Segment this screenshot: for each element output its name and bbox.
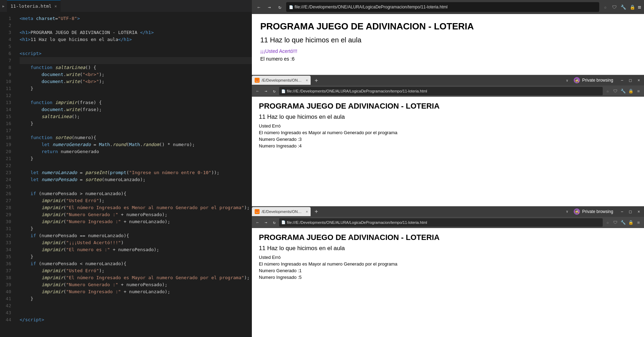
private-label-2: Private browsing: [582, 209, 613, 214]
editor-tab[interactable]: 11-loteria.html ×: [7, 0, 61, 12]
back-btn-1[interactable]: ←: [254, 88, 261, 95]
page-line1-1: Usted Erró: [259, 123, 637, 129]
code-area[interactable]: <meta charset="UTF-8"> <h1>PROGRAMA JUEG…: [14, 12, 252, 337]
address-bar-top[interactable]: 📄 file:///E:/Developments/ONE/ALURA/Logi…: [286, 2, 599, 12]
line-numbers: 1234567891011121314151617181920212223242…: [0, 12, 14, 337]
tab-favicon-1: 🦊: [255, 78, 260, 83]
browser-nav-bar-1: ← → ↻ 📄 file:///E:/Developments/ONE/ALUR…: [252, 85, 644, 97]
page-line3-2: Numero Generado :1: [259, 268, 637, 273]
tab-dropdown-2[interactable]: ∨: [564, 209, 570, 213]
private-badge-2: 🕵 Private browsing: [570, 208, 617, 215]
browser-panel: ← → ↻ 📄 file:///E:/Developments/ONE/ALUR…: [252, 0, 644, 337]
top-page-line2: El numero es :6: [260, 56, 636, 62]
lock-icon-top[interactable]: 🔒: [629, 3, 636, 11]
browser-top-actions: ☆ 🛡 🔧 🔒 ≡: [601, 3, 641, 11]
editor-tab-label: 11-loteria.html: [10, 4, 51, 9]
browser-top-content: PROGRAMA JUEGO DE ADIVINACION - LOTERIA …: [252, 14, 644, 75]
private-label-1: Private browsing: [582, 78, 613, 83]
nav-address-text-2: file:///E:/Developments/ONE/ALURA/Logica…: [287, 220, 427, 225]
star-icon[interactable]: ☆: [601, 3, 609, 11]
menu-btn-1[interactable]: ≡: [635, 88, 642, 95]
editor-tab-close[interactable]: ×: [54, 4, 57, 9]
page-h2-1: 11 Haz lo que hicimos en el aula: [259, 114, 637, 121]
browser-top: ← → ↻ 📄 file:///E:/Developments/ONE/ALUR…: [252, 0, 644, 75]
nav-address-1[interactable]: 📄 file:///E:/Developments/ONE/ALURA/Logi…: [279, 87, 603, 95]
shield-btn-1[interactable]: 🛡: [612, 88, 619, 95]
star-btn-2[interactable]: ☆: [604, 219, 611, 226]
maximize-btn-1[interactable]: □: [627, 76, 634, 84]
page-h1-2: PROGRAMA JUEGO DE ADIVINACION - LOTERIA: [259, 233, 637, 242]
browser-stacked: 🦊 /E/Developments/ONE/ALURA/Lo... × + ∨ …: [252, 75, 644, 337]
browser-titlebar-2: 🦊 /E/Developments/ONE/ALURA/Lo... × + ∨ …: [252, 206, 644, 217]
top-page-h2: 11 Haz lo que hicimos en el aula: [260, 36, 636, 44]
page-content-1: PROGRAMA JUEGO DE ADIVINACION - LOTERIA …: [252, 97, 644, 206]
page-line4-1: Numero Ingresado :4: [259, 143, 637, 149]
page-h2-2: 11 Haz lo que hicimos en el aula: [259, 245, 637, 252]
private-badge-1: 🕵 Private browsing: [570, 77, 617, 83]
page-h1-1: PROGRAMA JUEGO DE ADIVINACION - LOTERIA: [259, 102, 637, 111]
close-btn-2[interactable]: ×: [635, 208, 643, 215]
star-btn-1[interactable]: ☆: [604, 88, 611, 95]
maximize-btn-2[interactable]: □: [627, 208, 634, 215]
wrench-icon[interactable]: 🔧: [620, 3, 627, 11]
lock-icon: 📄: [289, 5, 293, 9]
wrench-btn-2[interactable]: 🔧: [620, 219, 627, 226]
browser-window-2: 🦊 /E/Developments/ONE/ALURA/Lo... × + ∨ …: [252, 206, 644, 337]
tab-new-2[interactable]: +: [312, 207, 320, 216]
editor-tab-bar: ▶ 11-loteria.html ×: [0, 0, 252, 12]
back-button[interactable]: ←: [255, 3, 263, 11]
page-line3-1: Numero Generado :3: [259, 137, 637, 142]
tab-new-1[interactable]: +: [312, 76, 320, 84]
menu-btn-2[interactable]: ≡: [635, 219, 642, 226]
lock-btn-1[interactable]: 🔒: [627, 88, 634, 95]
reload-button[interactable]: ↻: [276, 3, 284, 11]
page-line4-2: Numero Ingresado :5: [259, 275, 637, 280]
editor-panel-toggle[interactable]: ▶: [0, 0, 7, 12]
private-icon-1: 🕵: [574, 77, 580, 83]
forward-button[interactable]: →: [265, 3, 274, 11]
tab-title-2: /E/Developments/ONE/ALURA/Lo...: [262, 209, 304, 214]
forward-btn-2[interactable]: →: [262, 219, 269, 226]
page-content-2: PROGRAMA JUEGO DE ADIVINACION - LOTERIA …: [252, 228, 644, 337]
private-icon-2: 🕵: [574, 208, 580, 215]
tab-favicon-2: 🦊: [255, 209, 260, 214]
win-controls-1: − □ ×: [617, 76, 644, 84]
top-page-line1: ¡¡¡Usted Acertó!!!: [260, 48, 636, 54]
minimize-btn-1[interactable]: −: [618, 76, 626, 84]
forward-btn-1[interactable]: →: [262, 88, 269, 95]
tab-dropdown-1[interactable]: ∨: [564, 78, 570, 82]
shield-icon[interactable]: 🛡: [610, 3, 618, 11]
back-btn-2[interactable]: ←: [254, 219, 261, 226]
shield-btn-2[interactable]: 🛡: [612, 219, 619, 226]
tab-close-1[interactable]: ×: [306, 78, 308, 82]
reload-btn-2[interactable]: ↻: [271, 219, 278, 226]
top-page-h1: PROGRAMA JUEGO DE ADIVINACION - LOTERIA: [260, 21, 636, 32]
nav-address-2[interactable]: 📄 file:///E:/Developments/ONE/ALURA/Logi…: [279, 218, 603, 227]
browser-tab-1[interactable]: 🦊 /E/Developments/ONE/ALURA/Lo... ×: [252, 76, 311, 85]
address-text-top: file:///E:/Developments/ONE/ALURA/Logica…: [295, 5, 448, 9]
nav-actions-2: ☆ 🛡 🔧 🔒 ≡: [604, 219, 642, 226]
minimize-btn-2[interactable]: −: [618, 208, 626, 215]
page-line1-2: Usted Erró: [259, 255, 637, 260]
reload-btn-1[interactable]: ↻: [271, 88, 278, 95]
tab-area-2: 🦊 /E/Developments/ONE/ALURA/Lo... × + ∨: [252, 206, 570, 217]
wrench-btn-1[interactable]: 🔧: [620, 88, 627, 95]
page-line2-2: El número Ingresado es Mayor al numero G…: [259, 261, 637, 267]
win-controls-2: − □ ×: [617, 208, 644, 215]
editor-content: 1234567891011121314151617181920212223242…: [0, 12, 252, 337]
tab-close-2[interactable]: ×: [306, 209, 308, 214]
lock-btn-2[interactable]: 🔒: [627, 219, 634, 226]
file-icon-2: 📄: [281, 220, 285, 224]
menu-icon-top[interactable]: ≡: [638, 4, 641, 11]
close-btn-1[interactable]: ×: [635, 76, 643, 84]
browser-top-toolbar: ← → ↻ 📄 file:///E:/Developments/ONE/ALUR…: [252, 0, 644, 14]
browser-titlebar-1: 🦊 /E/Developments/ONE/ALURA/Lo... × + ∨ …: [252, 75, 644, 85]
browser-window-1: 🦊 /E/Developments/ONE/ALURA/Lo... × + ∨ …: [252, 75, 644, 206]
file-icon-1: 📄: [281, 89, 285, 93]
tab-area-1: 🦊 /E/Developments/ONE/ALURA/Lo... × + ∨: [252, 75, 570, 85]
editor-panel: ▶ 11-loteria.html × 12345678910111213141…: [0, 0, 252, 337]
browser-nav-bar-2: ← → ↻ 📄 file:///E:/Developments/ONE/ALUR…: [252, 217, 644, 228]
nav-actions-1: ☆ 🛡 🔧 🔒 ≡: [604, 88, 642, 95]
page-line2-1: El número Ingresado es Mayor al numero G…: [259, 130, 637, 135]
browser-tab-2[interactable]: 🦊 /E/Developments/ONE/ALURA/Lo... ×: [252, 207, 311, 216]
